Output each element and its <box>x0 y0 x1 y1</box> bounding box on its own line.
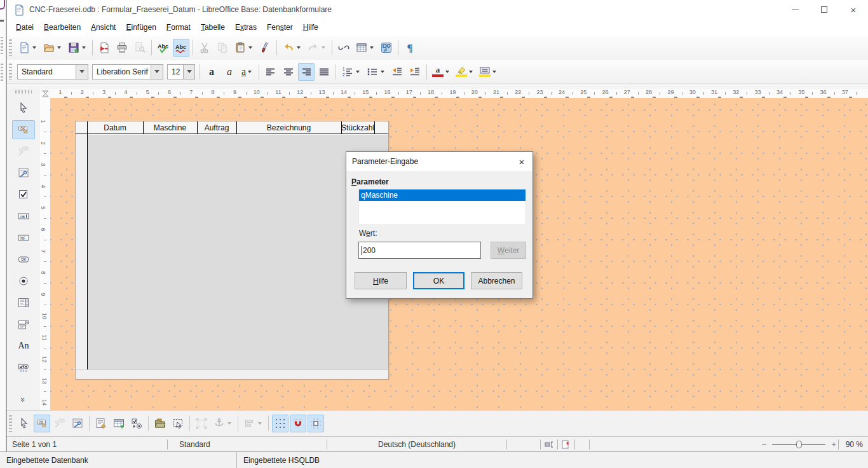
paragraph-style-combo[interactable]: Standard <box>17 64 88 79</box>
font-size-combo-dropdown-icon[interactable] <box>183 65 194 79</box>
highlight-color-dropdown-icon[interactable] <box>469 71 473 73</box>
formatting-marks-button[interactable]: ¶ <box>402 39 418 57</box>
ok-button[interactable]: OK <box>413 272 465 289</box>
insert-table-dropdown-icon[interactable] <box>370 46 374 49</box>
status-empty[interactable] <box>575 437 589 452</box>
snap-to-grid-button[interactable] <box>290 415 306 432</box>
print-button[interactable] <box>114 39 130 57</box>
dialog-titlebar[interactable]: Parameter-Eingabe × <box>346 152 532 171</box>
menu-bearbeiten[interactable]: Bearbeiten <box>39 20 86 34</box>
label-field-button[interactable]: An <box>12 336 35 355</box>
justify-button[interactable] <box>316 63 332 81</box>
open-button[interactable] <box>41 39 64 57</box>
font-color-button[interactable]: a <box>430 63 452 81</box>
redo-dropdown-icon[interactable] <box>322 46 325 49</box>
undo-dropdown-icon[interactable] <box>297 46 301 49</box>
underline-button[interactable]: a <box>239 63 255 81</box>
font-name-combo[interactable]: Liberation Serif <box>92 64 163 79</box>
design-mode-button[interactable]: OK <box>34 415 50 432</box>
tab-stop-selector[interactable] <box>40 89 50 98</box>
export-pdf-button[interactable] <box>96 39 112 57</box>
weiter-button[interactable]: Weiter <box>491 242 526 259</box>
more-controls-button[interactable] <box>12 358 35 377</box>
save-dropdown-icon[interactable] <box>82 46 86 49</box>
parameter-listbox[interactable]: qMaschine <box>358 189 526 225</box>
menu-tabelle[interactable]: Tabelle <box>196 20 230 34</box>
status-language[interactable]: Deutsch (Deutschland) <box>327 437 506 452</box>
auto-spellcheck-button[interactable]: Abc <box>173 39 189 57</box>
menu-hilfe[interactable]: Hilfe <box>298 20 323 34</box>
status-page[interactable]: Seite 1 von 1 <box>7 437 167 452</box>
increase-indent-button[interactable] <box>407 63 423 81</box>
check-box-button[interactable] <box>12 185 35 204</box>
option-button-button[interactable] <box>12 272 35 291</box>
form-design-button[interactable] <box>378 39 395 57</box>
font-name-combo-dropdown-icon[interactable] <box>151 65 163 79</box>
align-objects-dropdown-icon[interactable] <box>258 422 262 425</box>
toolbar-overflow-chevron-icon[interactable]: » <box>18 397 28 402</box>
highlight-color-button[interactable] <box>454 63 476 81</box>
unordered-list-button[interactable] <box>364 63 388 81</box>
ordered-list-dropdown-icon[interactable] <box>356 71 360 73</box>
column-header-stckzahl[interactable]: Stückzahl <box>341 121 374 134</box>
status-document-modified[interactable]: * <box>558 437 574 452</box>
status-page-style[interactable]: Standard <box>168 437 327 452</box>
save-button[interactable] <box>65 39 89 57</box>
form-properties-button[interactable] <box>69 415 86 432</box>
push-button-button[interactable]: OK <box>12 250 35 269</box>
change-anchor-dropdown-icon[interactable] <box>227 422 231 425</box>
align-center-button[interactable] <box>280 63 297 81</box>
helplines-while-moving-button[interactable] <box>308 415 324 432</box>
minimize-button[interactable] <box>780 0 810 19</box>
automatic-control-focus-button[interactable] <box>170 415 186 432</box>
underline-dropdown-icon[interactable] <box>248 71 252 73</box>
vertical-ruler[interactable]: 1234567891011121314 <box>40 98 50 410</box>
status-selection-mode[interactable] <box>541 437 557 452</box>
zoom-percent[interactable]: 90 % <box>839 437 868 452</box>
menu-fenster[interactable]: Fenster <box>262 20 298 34</box>
table-grid-control[interactable]: DatumMaschineAuftragBezeichnungStückzahl <box>75 121 389 380</box>
dialog-close-button[interactable]: × <box>511 152 532 171</box>
menu-datei[interactable]: Datei <box>11 20 39 34</box>
paste-dropdown-icon[interactable] <box>248 46 252 49</box>
new-document-button[interactable] <box>16 39 39 57</box>
design-mode-button[interactable]: OK <box>12 120 35 139</box>
zoom-control[interactable]: −+ <box>760 437 838 452</box>
combo-box-button[interactable] <box>12 315 35 334</box>
align-left-button[interactable] <box>262 63 279 81</box>
paragraph-background-dropdown-icon[interactable] <box>492 71 496 73</box>
menu-extras[interactable]: Extras <box>230 20 262 34</box>
paragraph-style-combo-dropdown-icon[interactable] <box>76 65 88 79</box>
toolbar-grip[interactable] <box>9 415 12 432</box>
open-in-design-mode-button[interactable] <box>152 415 168 432</box>
horizontal-ruler[interactable]: 1234567891011121314151617181920212223242… <box>50 89 868 98</box>
select-button[interactable] <box>16 415 32 432</box>
close-button[interactable]: × <box>839 0 868 19</box>
hilfe-button[interactable]: Hilfe <box>355 272 407 289</box>
font-color-dropdown-icon[interactable] <box>445 71 449 73</box>
bold-button[interactable]: a <box>203 63 220 81</box>
select-button[interactable] <box>12 99 35 118</box>
toolbar-grip[interactable] <box>15 90 32 93</box>
column-header-bezeichnung[interactable]: Bezeichnung <box>236 121 341 134</box>
wert-input[interactable]: 200 <box>358 242 481 259</box>
menu-format[interactable]: Format <box>161 20 196 34</box>
zoom-in-icon[interactable]: + <box>829 439 838 449</box>
column-separator[interactable] <box>374 121 375 134</box>
form-navigator-button[interactable] <box>93 415 109 432</box>
undo-button[interactable] <box>280 39 304 57</box>
text-box-button[interactable]: AB <box>12 207 35 226</box>
form-properties-button[interactable] <box>12 163 35 182</box>
italic-button[interactable]: a <box>221 63 238 81</box>
menu-einfgen[interactable]: Einfügen <box>121 20 161 34</box>
display-grid-button[interactable] <box>272 415 288 432</box>
toolbar-grip[interactable] <box>9 39 12 56</box>
list-box-button[interactable] <box>12 293 35 312</box>
zoom-slider[interactable] <box>772 444 825 445</box>
add-field-button[interactable] <box>111 415 127 432</box>
abbrechen-button[interactable]: Abbrechen <box>471 272 522 289</box>
maximize-button[interactable] <box>810 0 839 19</box>
clone-formatting-button[interactable] <box>257 39 273 57</box>
hyperlink-button[interactable] <box>336 39 352 57</box>
unordered-list-dropdown-icon[interactable] <box>381 71 384 73</box>
